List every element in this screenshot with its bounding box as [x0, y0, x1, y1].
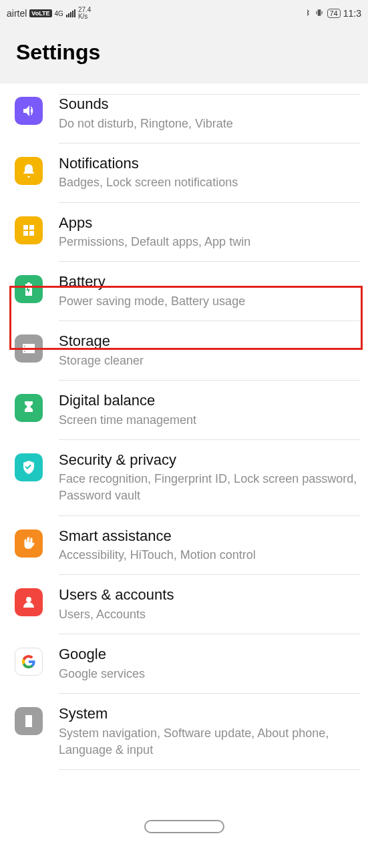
vibrate-icon — [314, 8, 325, 19]
settings-list[interactable]: SoundsDo not disturb, Ringtone, VibrateN… — [0, 83, 368, 770]
status-bar: airtel VoLTE 4G 27.4 K/s 74 11:3 — [0, 0, 368, 27]
hourglass-icon — [15, 394, 43, 422]
item-title: Notifications — [59, 154, 360, 174]
carrier-label: airtel — [7, 8, 27, 19]
item-subtitle: Permissions, Default apps, App twin — [59, 234, 360, 250]
row-content: Digital balanceScreen time management — [59, 391, 360, 440]
settings-item-system[interactable]: SystemSystem navigation, Software update… — [0, 694, 368, 770]
status-right: 74 11:3 — [303, 8, 362, 19]
row-content: SoundsDo not disturb, Ringtone, Vibrate — [59, 94, 360, 144]
item-title: Google — [59, 645, 360, 664]
home-indicator[interactable] — [144, 820, 224, 833]
storage-icon — [15, 335, 43, 363]
item-title: Digital balance — [59, 391, 360, 411]
page-header: Settings — [0, 27, 368, 83]
row-content: SystemSystem navigation, Software update… — [59, 704, 360, 770]
volte-badge: VoLTE — [29, 9, 51, 17]
settings-item-bell[interactable]: NotificationsBadges, Lock screen notific… — [0, 144, 368, 203]
item-subtitle: Badges, Lock screen notifications — [59, 174, 360, 191]
settings-item-hourglass[interactable]: Digital balanceScreen time management — [0, 381, 368, 440]
item-subtitle: Screen time management — [59, 412, 360, 429]
settings-item-sound[interactable]: SoundsDo not disturb, Ringtone, Vibrate — [0, 83, 368, 144]
bluetooth-icon — [303, 8, 311, 19]
item-subtitle: Do not disturb, Ringtone, Vibrate — [59, 116, 360, 132]
settings-item-person[interactable]: Users & accountsUsers, Accounts — [0, 575, 368, 634]
item-title: Sounds — [59, 95, 360, 114]
item-title: Battery — [59, 272, 360, 292]
row-content: Security & privacyFace recognition, Fing… — [59, 451, 360, 516]
settings-item-google[interactable]: GoogleGoogle services — [0, 634, 368, 694]
item-title: Security & privacy — [59, 451, 360, 470]
settings-item-hand[interactable]: Smart assistanceAccessibility, HiTouch, … — [0, 516, 368, 576]
bell-icon — [15, 157, 43, 185]
item-title: Apps — [59, 214, 360, 233]
item-title: Smart assistance — [59, 527, 360, 546]
item-subtitle: Accessibility, HiTouch, Motion control — [59, 547, 360, 564]
sound-icon — [15, 97, 43, 125]
row-content: BatteryPower saving mode, Battery usage — [59, 272, 360, 321]
settings-item-grid[interactable]: AppsPermissions, Default apps, App twin — [0, 203, 368, 262]
settings-item-battery[interactable]: BatteryPower saving mode, Battery usage — [0, 262, 368, 321]
item-subtitle: Google services — [59, 666, 360, 682]
google-icon — [15, 648, 43, 676]
row-content: StorageStorage cleaner — [59, 332, 360, 381]
item-subtitle: Users, Accounts — [59, 606, 360, 623]
row-content: Smart assistanceAccessibility, HiTouch, … — [59, 527, 360, 576]
row-content: AppsPermissions, Default apps, App twin — [59, 214, 360, 262]
shield-icon — [15, 453, 43, 481]
item-title: Storage — [59, 332, 360, 351]
network-label: 4G — [55, 10, 63, 17]
item-subtitle: Storage cleaner — [59, 353, 360, 369]
page-title: Settings — [16, 40, 352, 65]
clock-label: 11:3 — [343, 8, 361, 19]
hand-icon — [15, 529, 43, 558]
item-subtitle: System navigation, Software update, Abou… — [59, 725, 360, 758]
system-icon — [15, 707, 43, 735]
item-subtitle: Power saving mode, Battery usage — [59, 293, 360, 310]
row-content: Users & accountsUsers, Accounts — [59, 586, 360, 634]
item-title: Users & accounts — [59, 586, 360, 605]
speed-indicator: 27.4 K/s — [78, 7, 91, 20]
battery-icon — [15, 275, 43, 303]
settings-item-shield[interactable]: Security & privacyFace recognition, Fing… — [0, 440, 368, 516]
item-title: System — [59, 704, 360, 724]
status-left: airtel VoLTE 4G 27.4 K/s — [7, 7, 91, 20]
battery-icon: 74 — [327, 9, 341, 18]
person-icon — [15, 588, 43, 616]
settings-item-storage[interactable]: StorageStorage cleaner — [0, 321, 368, 381]
signal-icon — [66, 9, 75, 17]
row-content: GoogleGoogle services — [59, 645, 360, 694]
item-subtitle: Face recognition, Fingerprint ID, Lock s… — [59, 471, 360, 504]
grid-icon — [15, 216, 43, 244]
row-content: NotificationsBadges, Lock screen notific… — [59, 154, 360, 203]
